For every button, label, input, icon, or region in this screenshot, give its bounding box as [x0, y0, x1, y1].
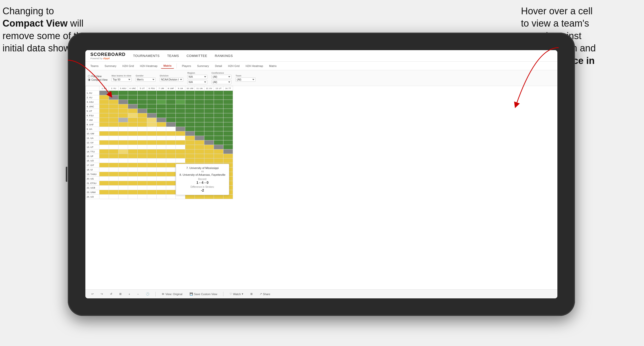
matrix-cell[interactable] — [176, 95, 185, 100]
gender-select[interactable]: Men's — [136, 77, 156, 82]
matrix-cell[interactable] — [109, 172, 119, 177]
matrix-cell[interactable] — [157, 113, 166, 118]
matrix-cell[interactable] — [119, 190, 128, 195]
nav-tournaments[interactable]: TOURNAMENTS — [133, 54, 160, 58]
matrix-cell[interactable] — [147, 163, 157, 167]
matrix-cell[interactable] — [223, 140, 233, 145]
matrix-cell[interactable] — [176, 158, 185, 163]
matrix-cell[interactable] — [109, 195, 119, 199]
matrix-cell[interactable] — [99, 181, 109, 186]
matrix-cell[interactable] — [128, 145, 138, 149]
matrix-cell[interactable] — [128, 167, 138, 172]
matrix-cell[interactable] — [195, 104, 204, 109]
region-select[interactable]: N/A — [187, 75, 207, 79]
matrix-cell[interactable] — [109, 109, 119, 113]
matrix-cell[interactable] — [138, 104, 147, 109]
matrix-cell[interactable] — [147, 190, 157, 195]
matrix-cell[interactable] — [166, 136, 176, 140]
matrix-cell[interactable] — [99, 158, 109, 163]
matrix-cell[interactable] — [157, 122, 166, 127]
matrix-cell[interactable] — [185, 109, 195, 113]
matrix-cell[interactable] — [128, 172, 138, 177]
matrix-cell[interactable] — [119, 136, 128, 140]
matrix-cell[interactable] — [119, 131, 128, 136]
matrix-cell[interactable] — [185, 149, 195, 154]
matrix-cell[interactable] — [166, 167, 176, 172]
matrix-cell[interactable] — [147, 172, 157, 177]
matrix-cell[interactable] — [128, 163, 138, 167]
matrix-cell[interactable] — [166, 186, 176, 190]
matrix-cell[interactable] — [166, 177, 176, 181]
matrix-cell[interactable] — [166, 104, 176, 109]
matrix-cell[interactable] — [195, 158, 204, 163]
matrix-cell[interactable] — [214, 95, 223, 100]
matrix-cell[interactable] — [128, 136, 138, 140]
matrix-cell[interactable] — [128, 140, 138, 145]
matrix-cell[interactable] — [223, 91, 233, 95]
matrix-cell[interactable] — [109, 140, 119, 145]
matrix-cell[interactable] — [138, 140, 147, 145]
matrix-cell[interactable] — [109, 113, 119, 118]
matrix-cell[interactable] — [109, 118, 119, 122]
matrix-cell[interactable] — [166, 113, 176, 118]
matrix-cell[interactable] — [119, 140, 128, 145]
matrix-cell[interactable] — [214, 113, 223, 118]
matrix-cell[interactable] — [147, 113, 157, 118]
matrix-cell[interactable] — [109, 122, 119, 127]
matrix-cell[interactable] — [99, 149, 109, 154]
matrix-cell[interactable] — [185, 140, 195, 145]
sub-nav-summary2[interactable]: Summary — [195, 63, 211, 68]
matrix-cell[interactable] — [204, 131, 214, 136]
matrix-cell[interactable] — [204, 145, 214, 149]
matrix-cell[interactable] — [214, 131, 223, 136]
matrix-cell[interactable] — [128, 186, 138, 190]
matrix-cell[interactable] — [157, 177, 166, 181]
matrix-cell[interactable] — [157, 91, 166, 95]
matrix-cell[interactable] — [99, 195, 109, 199]
matrix-cell[interactable] — [128, 122, 138, 127]
matrix-cell[interactable] — [128, 149, 138, 154]
matrix-cell[interactable] — [157, 140, 166, 145]
share-button[interactable]: ↗ Share — [258, 292, 272, 296]
matrix-cell[interactable] — [166, 131, 176, 136]
matrix-cell[interactable] — [223, 95, 233, 100]
matrix-cell[interactable] — [109, 190, 119, 195]
matrix-cell[interactable] — [119, 195, 128, 199]
matrix-cell[interactable] — [119, 158, 128, 163]
matrix-cell[interactable] — [147, 140, 157, 145]
matrix-cell[interactable] — [119, 127, 128, 131]
matrix-cell[interactable] — [204, 149, 214, 154]
matrix-cell[interactable] — [119, 145, 128, 149]
matrix-cell[interactable] — [157, 109, 166, 113]
matrix-cell[interactable] — [147, 109, 157, 113]
sub-nav-matrix1[interactable]: Matrix — [161, 63, 174, 69]
matrix-cell[interactable] — [99, 109, 109, 113]
matrix-cell[interactable] — [185, 104, 195, 109]
matrix-cell[interactable] — [214, 195, 223, 199]
matrix-cell[interactable] — [185, 91, 195, 95]
conference-select2[interactable]: (All) — [211, 80, 231, 84]
matrix-cell[interactable] — [166, 100, 176, 104]
matrix-cell[interactable] — [128, 181, 138, 186]
sub-nav-h2h-grid2[interactable]: H2H Grid — [225, 63, 242, 68]
matrix-cell[interactable] — [195, 140, 204, 145]
matrix-cell[interactable] — [204, 122, 214, 127]
matrix-cell[interactable] — [157, 181, 166, 186]
matrix-cell[interactable] — [223, 122, 233, 127]
matrix-cell[interactable] — [214, 127, 223, 131]
zoom-fit-button[interactable]: ⊞ — [117, 292, 124, 296]
matrix-cell[interactable] — [185, 113, 195, 118]
matrix-cell[interactable] — [147, 127, 157, 131]
zoom-in-button[interactable]: + — [127, 292, 132, 296]
matrix-cell[interactable] — [166, 154, 176, 158]
matrix-cell[interactable] — [157, 172, 166, 177]
zoom-out-button[interactable]: − — [135, 292, 141, 296]
redo-button[interactable]: ↪ — [99, 292, 105, 296]
matrix-cell[interactable] — [204, 195, 214, 199]
division-select[interactable]: NCAA Division I — [160, 77, 183, 82]
matrix-cell[interactable] — [223, 195, 233, 199]
matrix-cell[interactable] — [223, 118, 233, 122]
matrix-cell[interactable] — [109, 127, 119, 131]
matrix-cell[interactable] — [204, 91, 214, 95]
reset-button[interactable]: ↺ — [108, 292, 114, 296]
